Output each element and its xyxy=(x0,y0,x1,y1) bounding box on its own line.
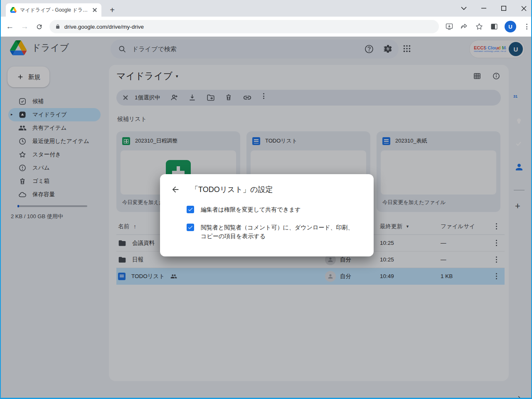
tab-strip: マイドライブ - Google ドライブ + xyxy=(1,0,531,17)
drive-favicon-icon xyxy=(10,7,17,13)
settings-dialog: 「TODOリスト」の設定 編集者は権限を変更して共有できます 閲覧者と閲覧者（コ… xyxy=(160,174,374,256)
browser-tab[interactable]: マイドライブ - Google ドライブ xyxy=(6,3,101,17)
reload-button[interactable] xyxy=(34,21,45,32)
back-button[interactable]: ← xyxy=(4,21,16,32)
window-close-button[interactable] xyxy=(520,4,528,12)
tab-title: マイドライブ - Google ドライブ xyxy=(20,7,88,14)
browser-profile-avatar[interactable]: U xyxy=(505,21,516,32)
url-bar[interactable]: drive.google.com/drive/my-drive xyxy=(49,20,439,33)
browser-menu-icon[interactable] xyxy=(522,22,531,31)
browser-toolbar: ← → drive.google.com/drive/my-drive U xyxy=(1,17,531,37)
window-maximize-button[interactable] xyxy=(500,4,508,12)
bookmark-star-icon[interactable] xyxy=(475,22,484,31)
site-security-lock-icon[interactable] xyxy=(55,24,60,30)
share-icon[interactable] xyxy=(460,22,469,31)
browser-window: マイドライブ - Google ドライブ + ← → drive.google.… xyxy=(0,0,532,399)
checkbox-viewers-can-download[interactable] xyxy=(187,224,194,231)
install-icon[interactable] xyxy=(445,22,454,31)
url-text: drive.google.com/drive/my-drive xyxy=(64,24,144,30)
new-tab-button[interactable]: + xyxy=(107,5,117,15)
tab-close-icon[interactable] xyxy=(91,7,98,13)
drive-page: ドライブ ドライブで検索 ECCS Cloud Mail Information… xyxy=(1,37,531,398)
checkbox-editors-can-share[interactable] xyxy=(187,206,194,213)
window-menu-chevron-icon[interactable] xyxy=(460,4,468,12)
side-panel-icon[interactable] xyxy=(490,22,499,31)
dialog-back-arrow-icon[interactable] xyxy=(171,185,180,194)
dialog-title: 「TODOリスト」の設定 xyxy=(191,185,273,195)
window-minimize-button[interactable] xyxy=(480,4,488,12)
forward-button[interactable]: → xyxy=(19,21,31,32)
